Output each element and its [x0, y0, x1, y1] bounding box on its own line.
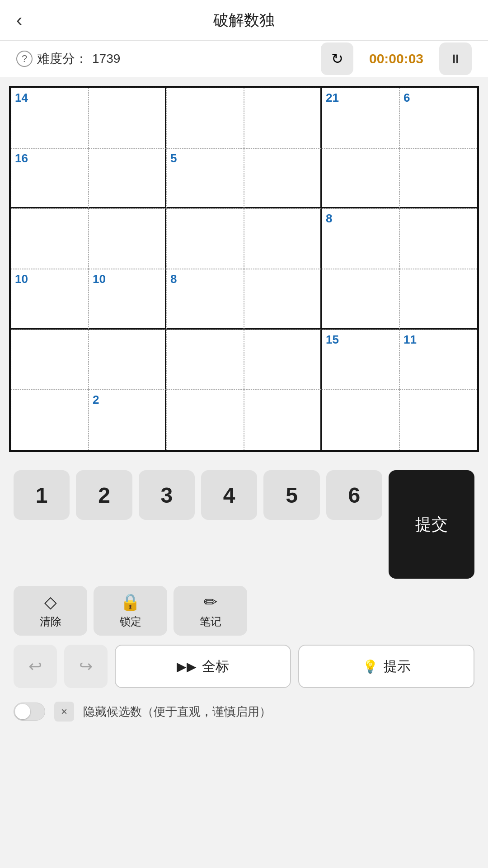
- sudoku-cell[interactable]: 8: [166, 269, 244, 330]
- grid-container: 1421616581010815112: [0, 77, 488, 461]
- hint-icon: 💡: [362, 659, 378, 674]
- sudoku-cell[interactable]: [89, 208, 166, 269]
- cell-clue: 11: [404, 333, 417, 347]
- cell-clue: 8: [326, 212, 332, 226]
- difficulty-label: 难度分：: [37, 50, 88, 67]
- sudoku-cell[interactable]: [166, 208, 244, 269]
- note-icon: ✏: [204, 593, 217, 612]
- sudoku-cell[interactable]: 10: [11, 269, 89, 330]
- clear-button[interactable]: ◇ 清除: [14, 586, 87, 636]
- sudoku-cell[interactable]: [322, 148, 399, 209]
- num-btn-4[interactable]: 4: [201, 470, 257, 520]
- sudoku-cell[interactable]: 8: [322, 208, 399, 269]
- sudoku-cell[interactable]: [89, 88, 166, 148]
- sudoku-cell[interactable]: [399, 390, 477, 450]
- footer-label: 隐藏候选数（便于直观，谨慎启用）: [83, 704, 271, 720]
- cell-clue: 16: [15, 151, 28, 165]
- sudoku-cell[interactable]: [244, 148, 322, 209]
- redo-button[interactable]: ↪: [64, 645, 108, 688]
- sudoku-cell[interactable]: [89, 330, 166, 390]
- timer-display: 00:00:03: [362, 51, 430, 66]
- sudoku-cell[interactable]: 5: [166, 148, 244, 209]
- hide-candidates-toggle[interactable]: [14, 703, 45, 721]
- sudoku-grid[interactable]: 1421616581010815112: [9, 86, 479, 452]
- sudoku-cell[interactable]: [322, 390, 399, 450]
- cell-clue: 5: [170, 151, 177, 165]
- cell-clue: 10: [93, 272, 106, 286]
- numpad-row-1: 1 2 3 4 5 6 提交: [14, 470, 474, 579]
- sudoku-cell[interactable]: [244, 269, 322, 330]
- sudoku-cell[interactable]: [244, 88, 322, 148]
- sudoku-cell[interactable]: [166, 330, 244, 390]
- difficulty-value: 1739: [92, 52, 120, 66]
- note-label: 笔记: [200, 614, 221, 629]
- pause-button[interactable]: ⏸: [439, 42, 472, 75]
- sudoku-cell[interactable]: [244, 208, 322, 269]
- cell-clue: 21: [326, 91, 339, 105]
- lock-button[interactable]: 🔒 锁定: [94, 586, 167, 636]
- sudoku-cell[interactable]: [399, 269, 477, 330]
- sudoku-cell[interactable]: [89, 148, 166, 209]
- sudoku-cell[interactable]: 2: [89, 390, 166, 450]
- sudoku-cell[interactable]: [166, 390, 244, 450]
- footer-bar: × 隐藏候选数（便于直观，谨慎启用）: [0, 693, 488, 731]
- close-toggle-button[interactable]: ×: [54, 702, 74, 722]
- lock-icon: 🔒: [120, 593, 141, 612]
- sudoku-cell[interactable]: 14: [11, 88, 89, 148]
- bottom-actions: ↩ ↪ ▶▶ 全标 💡 提示: [0, 640, 488, 693]
- clear-label: 清除: [40, 614, 61, 629]
- num-btn-2[interactable]: 2: [76, 470, 132, 520]
- sudoku-cell[interactable]: 6: [399, 88, 477, 148]
- undo-button[interactable]: ↩: [14, 645, 57, 688]
- toggle-knob: [15, 704, 30, 719]
- num-btn-6[interactable]: 6: [326, 470, 382, 520]
- sudoku-cell[interactable]: [322, 269, 399, 330]
- cell-clue: 8: [170, 272, 177, 286]
- num-btn-1[interactable]: 1: [14, 470, 70, 520]
- header: ‹ 破解数独: [0, 0, 488, 41]
- sudoku-cell[interactable]: 10: [89, 269, 166, 330]
- toolbar: ? 难度分： 1739 ↻ 00:00:03 ⏸: [0, 41, 488, 77]
- cell-clue: 14: [15, 91, 28, 105]
- sudoku-cell[interactable]: [11, 208, 89, 269]
- note-button[interactable]: ✏ 笔记: [174, 586, 247, 636]
- refresh-button[interactable]: ↻: [321, 42, 353, 75]
- hint-label: 提示: [384, 657, 411, 676]
- difficulty-help-icon[interactable]: ?: [16, 51, 33, 67]
- sudoku-cell[interactable]: 16: [11, 148, 89, 209]
- cell-clue: 15: [326, 333, 339, 347]
- sudoku-cell[interactable]: [166, 88, 244, 148]
- sudoku-cell[interactable]: [11, 330, 89, 390]
- sudoku-cell[interactable]: [244, 330, 322, 390]
- num-btn-3[interactable]: 3: [139, 470, 195, 520]
- cell-clue: 10: [15, 272, 28, 286]
- numpad-section: 1 2 3 4 5 6 提交 ◇ 清除 🔒 锁定 ✏ 笔记: [0, 461, 488, 640]
- page-title: 破解数独: [213, 10, 275, 31]
- sudoku-cell[interactable]: 15: [322, 330, 399, 390]
- fullmark-button[interactable]: ▶▶ 全标: [115, 645, 291, 688]
- sudoku-cell[interactable]: 21: [322, 88, 399, 148]
- sudoku-cell[interactable]: [11, 390, 89, 450]
- cell-clue: 6: [404, 91, 410, 105]
- sudoku-cell[interactable]: [244, 390, 322, 450]
- back-button[interactable]: ‹: [16, 10, 22, 30]
- lock-label: 锁定: [120, 614, 141, 629]
- sudoku-cell[interactable]: 11: [399, 330, 477, 390]
- sudoku-cell[interactable]: [399, 208, 477, 269]
- submit-button[interactable]: 提交: [389, 470, 474, 579]
- num-btn-5[interactable]: 5: [263, 470, 319, 520]
- hint-button[interactable]: 💡 提示: [298, 645, 474, 688]
- numpad-row-2: ◇ 清除 🔒 锁定 ✏ 笔记: [14, 586, 474, 636]
- sudoku-cell[interactable]: [399, 148, 477, 209]
- fullmark-label: 全标: [202, 657, 229, 676]
- cell-clue: 2: [93, 393, 99, 407]
- difficulty-info: ? 难度分： 1739: [16, 50, 120, 67]
- fullmark-icon: ▶▶: [177, 659, 197, 674]
- clear-icon: ◇: [44, 593, 57, 612]
